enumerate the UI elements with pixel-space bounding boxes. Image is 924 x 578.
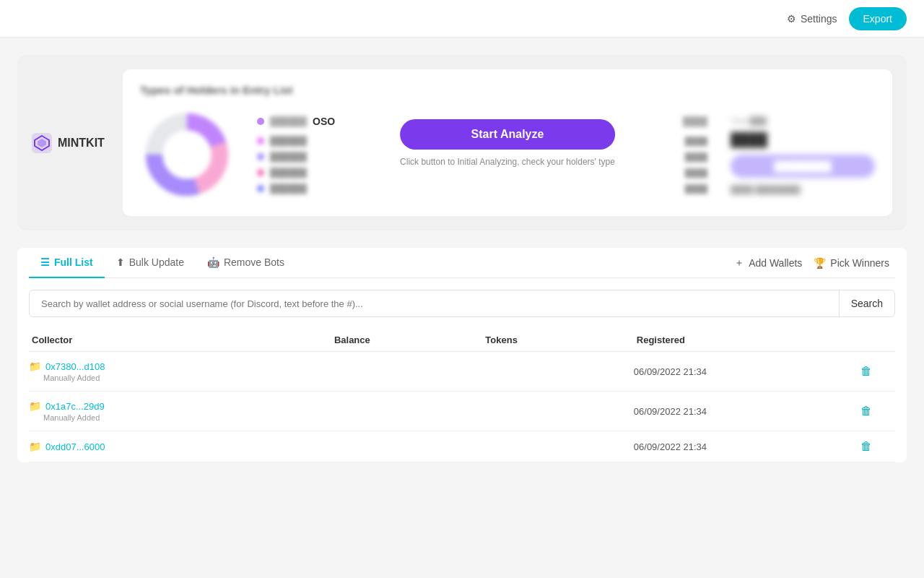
oso-label: OSO [313, 116, 335, 127]
wallet-address[interactable]: 📁 0x7380...d108 [29, 361, 331, 372]
overlay-hint: Click button to Initial Analyzing, check… [400, 157, 615, 167]
table-row: 📁 0x7380...d108 Manually Added 06/09/202… [29, 352, 895, 392]
registered-cell: 06/09/2022 21:34 [634, 441, 860, 452]
delete-button[interactable]: 🗑 [860, 440, 872, 453]
wallet-icon: 📁 [29, 441, 41, 452]
table-row: 📁 0xdd07...6000 06/09/2022 21:34 🗑 [29, 431, 895, 462]
col-tokens: Tokens [482, 335, 633, 345]
table-body: 📁 0x7380...d108 Manually Added 06/09/202… [29, 352, 895, 462]
col-collector: Collector [29, 335, 331, 345]
collector-sub: Manually Added [29, 413, 331, 422]
analysis-card: MINTKIT Types of Holders in Entry List [17, 55, 907, 230]
search-input[interactable] [30, 291, 839, 316]
col-balance: Balance [331, 335, 482, 345]
oso-dot [257, 118, 264, 125]
chart-title: Types of Holders in Entry List [140, 84, 875, 96]
list-icon: ☰ [40, 256, 50, 268]
donut-chart [140, 108, 234, 202]
collector-cell: 📁 0x7380...d108 Manually Added [29, 361, 331, 382]
legend-dot [257, 137, 264, 144]
analyze-overlay: Start Analyze Click button to Initial An… [377, 102, 638, 184]
start-analyze-button[interactable]: Start Analyze [400, 119, 615, 150]
delete-button[interactable]: 🗑 [860, 405, 872, 418]
legend-item: ██████ ████ [257, 184, 707, 194]
mintkit-logo-icon [32, 133, 52, 153]
bot-icon: 🤖 [207, 256, 219, 268]
export-button[interactable]: Export [849, 7, 907, 30]
list-section: ☰ Full List ⬆ Bulk Update 🤖 Remove Bots … [17, 248, 907, 462]
table-row: 📁 0x1a7c...29d9 Manually Added 06/09/202… [29, 392, 895, 431]
delete-cell: 🗑 [860, 365, 895, 378]
table-header: Collector Balance Tokens Registered [29, 329, 895, 352]
search-bar: Search [29, 290, 895, 317]
collector-sub: Manually Added [29, 374, 331, 382]
main-content: MINTKIT Types of Holders in Entry List [0, 38, 924, 483]
add-wallets-button[interactable]: ＋ Add Wallets [734, 256, 802, 269]
wallet-icon: 📁 [29, 400, 41, 412]
mintkit-logo: MINTKIT [32, 133, 111, 153]
plus-icon: ＋ [734, 256, 744, 269]
col-actions [860, 335, 895, 345]
wallet-icon: 📁 [29, 361, 41, 372]
registered-cell: 06/09/2022 21:34 [634, 366, 860, 377]
stats-panel: Total ███ ████ ████████ ████ ████████ [731, 116, 875, 194]
svg-point-7 [166, 134, 207, 175]
collector-cell: 📁 0x1a7c...29d9 Manually Added [29, 400, 331, 422]
topbar: ⚙ Settings Export [0, 0, 924, 38]
tabs-bar: ☰ Full List ⬆ Bulk Update 🤖 Remove Bots … [29, 248, 895, 278]
wallet-address[interactable]: 📁 0x1a7c...29d9 [29, 400, 331, 412]
registered-cell: 06/09/2022 21:34 [634, 406, 860, 417]
tab-remove-bots[interactable]: 🤖 Remove Bots [196, 248, 296, 278]
col-registered: Registered [634, 335, 860, 345]
legend-dot [257, 185, 264, 192]
delete-button[interactable]: 🗑 [860, 365, 872, 378]
delete-cell: 🗑 [860, 405, 895, 418]
legend-dot [257, 153, 264, 160]
search-button[interactable]: Search [839, 290, 894, 316]
gear-icon: ⚙ [787, 13, 796, 25]
wallet-address[interactable]: 📁 0xdd07...6000 [29, 441, 331, 452]
settings-label: Settings [801, 13, 837, 25]
pick-winners-button[interactable]: 🏆 Pick Winners [814, 257, 889, 269]
upload-icon: ⬆ [116, 256, 125, 268]
trophy-icon: 🏆 [814, 257, 826, 269]
tab-actions: ＋ Add Wallets 🏆 Pick Winners [734, 256, 895, 269]
tab-bulk-update[interactable]: ⬆ Bulk Update [105, 248, 196, 278]
collector-cell: 📁 0xdd07...6000 [29, 441, 331, 452]
settings-button[interactable]: ⚙ Settings [787, 13, 837, 25]
chart-container: Types of Holders in Entry List [123, 69, 892, 216]
delete-cell: 🗑 [860, 440, 895, 453]
logo-text: MINTKIT [58, 137, 105, 150]
legend-dot [257, 169, 264, 176]
tab-full-list[interactable]: ☰ Full List [29, 248, 105, 278]
